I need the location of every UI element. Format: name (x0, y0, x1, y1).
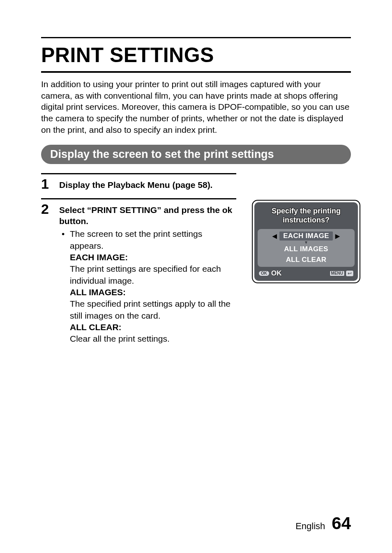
section-heading: Display the screen to set the print sett… (41, 145, 351, 164)
page-footer: English 64 (295, 514, 351, 533)
ok-label[interactable]: OK (271, 269, 282, 278)
camera-footer: OK OK MENU ↩ (258, 269, 355, 278)
camera-option-row-1: ◀ EACH IMAGE ▶ (260, 231, 352, 241)
each-image-label: EACH IMAGE: (70, 252, 236, 263)
step-2-bullet-text: The screen to set the print settings app… (70, 228, 236, 252)
camera-screen: Specify the printing instructions? ◀ EAC… (252, 200, 360, 283)
camera-title-line2: instructions? (258, 215, 355, 225)
footer-page-number: 64 (332, 514, 351, 533)
intro-paragraph: In addition to using your printer to pri… (41, 79, 351, 136)
page-title: PRINT SETTINGS (41, 43, 351, 67)
all-clear-desc: Clear all the print settings. (70, 333, 236, 345)
camera-inner: Specify the printing instructions? ◀ EAC… (254, 202, 358, 281)
step-1: 1 Display the Playback Menu (page 58). (41, 173, 236, 191)
each-image-desc: The print settings are specified for eac… (70, 263, 236, 287)
all-images-desc: The specified print settings apply to al… (70, 298, 236, 322)
camera-title-line1: Specify the printing (258, 206, 355, 216)
return-arrow-icon: ↩ (346, 270, 354, 277)
camera-option-row-2: ALL IMAGES (260, 245, 352, 254)
step-number-1: 1 (41, 177, 59, 191)
bullet-icon: • (62, 228, 70, 345)
camera-option-all-images[interactable]: ALL IMAGES (281, 245, 332, 254)
left-arrow-icon: ◀ (272, 233, 277, 239)
step-2: 2 Select “PRINT SETTING” and press the o… (41, 198, 236, 345)
camera-option-row-3: ALL CLEAR (260, 255, 352, 264)
all-clear-label: ALL CLEAR: (70, 322, 236, 333)
title-rule (41, 71, 351, 73)
camera-options-panel: ◀ EACH IMAGE ▶ ▼ ALL IMAGES ALL CLEAR (258, 229, 355, 267)
step-1-heading: Display the Playback Menu (page 58). (59, 179, 236, 190)
step-2-heading: Select “PRINT SETTING” and press the ok … (59, 204, 236, 227)
all-images-label: ALL IMAGES: (70, 287, 236, 298)
menu-button-icon[interactable]: MENU (330, 271, 345, 276)
camera-option-all-clear[interactable]: ALL CLEAR (283, 255, 330, 264)
ok-pill-icon: OK (258, 271, 270, 276)
down-arrow-icon: ▼ (260, 241, 352, 244)
right-arrow-icon: ▶ (335, 233, 340, 239)
footer-language: English (295, 521, 325, 532)
top-rule (41, 37, 351, 38)
camera-option-each-image[interactable]: EACH IMAGE (279, 231, 333, 241)
step-number-2: 2 (41, 202, 59, 345)
